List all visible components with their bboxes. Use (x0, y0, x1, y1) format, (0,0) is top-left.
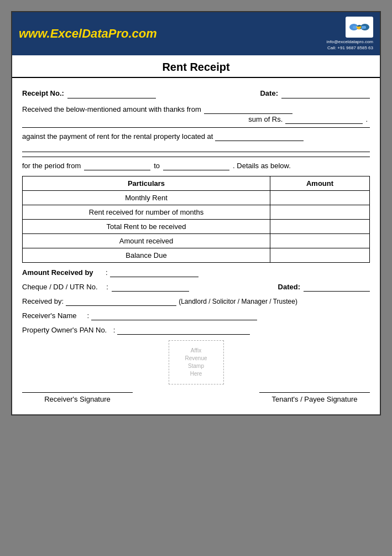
dated-label: Dated: (278, 283, 300, 291)
received-section: Received the below-mentioned amount with… (22, 105, 370, 124)
amount-received-by-input[interactable] (110, 268, 198, 277)
date-label: Date: (260, 89, 278, 97)
property-address-input[interactable] (215, 132, 304, 141)
title-row: Rent Receipt (12, 55, 380, 78)
cheque-dated-row: Cheque / DD / UTR No. : Dated: (22, 283, 370, 292)
date-field: Date: (260, 88, 370, 98)
table-col2-header: Amount (270, 176, 370, 191)
receipt-no-label: Receipt No.: (22, 89, 64, 97)
table-col1-header: Particulars (23, 176, 270, 191)
cheque-label: Cheque / DD / UTR No. (22, 283, 98, 291)
pan-label: Property Owner's PAN No. (22, 326, 107, 334)
dated-field: Dated: (278, 283, 370, 292)
cheque-field: Cheque / DD / UTR No. : (22, 283, 189, 292)
amount-input[interactable] (285, 115, 363, 124)
payer-name-input[interactable] (204, 105, 292, 114)
page-title: Rent Receipt (12, 61, 380, 74)
period-from-input[interactable] (84, 162, 150, 170)
amount-cell[interactable] (270, 191, 370, 205)
amount-cell[interactable] (270, 234, 370, 248)
amount-received-by-label: Amount Received by (22, 268, 93, 277)
tenant-sig-line (259, 392, 370, 393)
header-banner: www.ExcelDataPro.com 🤝 info@exceldatapro… (12, 12, 380, 55)
property-line: against the payment of rent for the rent… (22, 132, 370, 141)
property-section: against the payment of rent for the rent… (22, 132, 370, 152)
receivers-name-input[interactable] (91, 311, 257, 320)
period-to-input[interactable] (163, 162, 229, 170)
landlord-text: (Landlord / Solicitor / Manager / Truste… (179, 298, 297, 305)
received-by-row: Received by: (Landlord / Solicitor / Man… (22, 297, 370, 306)
tenant-signature-block: Tenant's / Payee Signature (259, 392, 370, 403)
logo-icon: 🤝 (346, 17, 373, 38)
receivers-name-row: Receiver's Name : (22, 311, 370, 320)
amount-cell[interactable] (270, 220, 370, 234)
date-input[interactable] (281, 88, 370, 98)
divider-line-1 (22, 127, 370, 128)
signature-section: Receiver's Signature Tenant's / Payee Si… (22, 392, 370, 409)
website-url: www.ExcelDataPro.com (19, 27, 157, 41)
received-text: Received the below-mentioned amount with… (22, 105, 201, 113)
receipt-header: Receipt No.: Date: (22, 88, 370, 98)
property-address-line2[interactable] (22, 143, 370, 152)
against-text: against the payment of rent for the rent… (22, 132, 213, 141)
dated-input[interactable] (304, 283, 370, 292)
pan-input[interactable] (117, 326, 250, 335)
received-by-label: Received by: (22, 297, 64, 305)
content-area: Receipt No.: Date: Received the below-me… (12, 78, 380, 414)
received-by-input[interactable] (66, 297, 176, 306)
period-label: for the period from (22, 162, 81, 170)
amount-received-by-row: Amount Received by : (22, 268, 370, 277)
table-row: Rent received for number of months (23, 205, 370, 220)
particulars-cell: Balance Due (23, 248, 270, 263)
tenant-sig-label: Tenant's / Payee Signature (272, 395, 358, 403)
receipt-no-field: Receipt No.: (22, 88, 156, 98)
cheque-input[interactable] (112, 283, 189, 292)
table-row: Monthly Rent (23, 191, 370, 205)
receiver-sig-line (22, 392, 133, 393)
table-row: Total Rent to be received (23, 220, 370, 234)
particulars-cell: Total Rent to be received (23, 220, 270, 234)
receivers-name-label: Receiver's Name (22, 311, 77, 320)
received-line1: Received the below-mentioned amount with… (22, 105, 370, 114)
details-text: . Details as below. (233, 162, 291, 170)
table-row: Amount received (23, 234, 370, 248)
header-contact: info@exceldatapro.com Call: +91 9687 858… (327, 39, 373, 51)
particulars-table: Particulars Amount Monthly RentRent rece… (22, 176, 370, 263)
pan-row: Property Owner's PAN No. : (22, 326, 370, 335)
particulars-cell: Rent received for number of months (23, 205, 270, 220)
revenue-stamp-area: AffixRevenueStampHere (169, 340, 224, 384)
period-to-label: to (154, 162, 160, 170)
table-row: Balance Due (23, 248, 370, 263)
form-section: Amount Received by : Cheque / DD / UTR N… (22, 268, 370, 335)
receiver-signature-block: Receiver's Signature (22, 392, 133, 403)
particulars-cell: Amount received (23, 234, 270, 248)
period-section: for the period from to . Details as belo… (22, 162, 370, 170)
divider-line-2 (22, 157, 370, 157)
svg-text:🤝: 🤝 (356, 25, 362, 30)
handshake-icon: 🤝 (348, 19, 370, 35)
particulars-cell: Monthly Rent (23, 191, 270, 205)
receipt-no-input[interactable] (67, 88, 156, 98)
amount-cell[interactable] (270, 205, 370, 220)
rent-receipt-page: www.ExcelDataPro.com 🤝 info@exceldatapro… (11, 11, 381, 415)
receiver-sig-label: Receiver's Signature (44, 395, 111, 403)
received-line2: sum of Rs. . (22, 115, 370, 124)
stamp-text: AffixRevenueStampHere (185, 347, 207, 378)
sum-of-rs-label: sum of Rs. (248, 115, 283, 123)
header-logo: 🤝 info@exceldatapro.com Call: +91 9687 8… (327, 17, 373, 51)
amount-cell[interactable] (270, 248, 370, 263)
